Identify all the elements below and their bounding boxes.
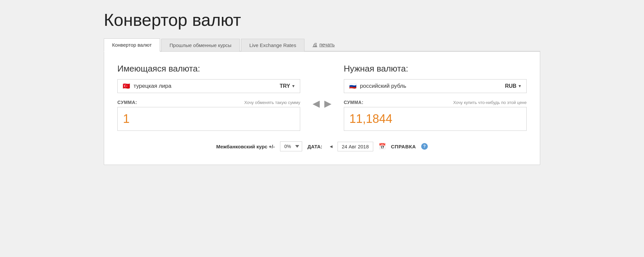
from-currency-selector-left: 🇹🇷 турецкая лира: [122, 83, 171, 89]
tab-historical[interactable]: Прошлые обменные курсы: [161, 39, 240, 51]
to-flag: 🇷🇺: [349, 83, 357, 89]
date-label: ДАТА:: [307, 144, 322, 149]
page-title: Конвертор валют: [104, 10, 540, 30]
help-label: СПРАВКА: [391, 144, 416, 149]
from-currency-code[interactable]: TRY ▼: [280, 83, 295, 89]
tabs-bar: Конвертор валют Прошлые обменные курсы L…: [104, 38, 540, 52]
to-amount-hint: Хочу купить что-нибудь по этой цене: [453, 100, 527, 105]
to-currency-code[interactable]: RUB ▼: [505, 83, 522, 89]
to-amount-labels: СУММА: Хочу купить что-нибудь по этой це…: [344, 100, 527, 105]
date-display: 24 Авг 2018: [338, 142, 373, 151]
from-currency-label: Имеющаяся валюта:: [117, 64, 300, 74]
to-currency-selector[interactable]: 🇷🇺 российский рубль RUB ▼: [344, 79, 527, 93]
interbank-select[interactable]: 0% 1% -1% 2% -2%: [280, 141, 302, 151]
date-nav: ◄ 24 Авг 2018: [328, 142, 373, 151]
swap-arrow-container[interactable]: ◄►: [300, 97, 343, 111]
swap-icon[interactable]: ◄►: [310, 97, 334, 111]
help-icon[interactable]: ?: [421, 143, 428, 150]
from-currency-panel: Имеющаяся валюта: 🇹🇷 турецкая лира TRY ▼…: [117, 64, 300, 131]
converter-row: Имеющаяся валюта: 🇹🇷 турецкая лира TRY ▼…: [117, 64, 527, 131]
tab-converter[interactable]: Конвертор валют: [104, 38, 160, 52]
to-amount-input[interactable]: [349, 112, 521, 126]
bottom-bar: Межбанковский курс +/- 0% 1% -1% 2% -2% …: [117, 141, 527, 151]
from-amount-input[interactable]: [123, 112, 295, 126]
from-dropdown-arrow: ▼: [291, 84, 295, 88]
print-icon: 🖨: [312, 42, 317, 47]
to-currency-label: Нужная валюта:: [344, 64, 527, 74]
print-link[interactable]: 🖨 печать: [312, 42, 335, 47]
to-amount-label: СУММА:: [344, 100, 364, 105]
to-currency-panel: Нужная валюта: 🇷🇺 российский рубль RUB ▼…: [344, 64, 527, 131]
to-amount-box[interactable]: [344, 107, 527, 131]
tab-live[interactable]: Live Exchange Rates: [241, 39, 304, 51]
from-currency-name: турецкая лира: [134, 83, 171, 89]
calendar-icon[interactable]: 📅: [379, 143, 386, 150]
main-content: Имеющаяся валюта: 🇹🇷 турецкая лира TRY ▼…: [104, 52, 540, 165]
to-amount-section: СУММА: Хочу купить что-нибудь по этой це…: [344, 100, 527, 131]
to-dropdown-arrow: ▼: [518, 84, 522, 88]
from-amount-label: СУММА:: [117, 100, 137, 105]
to-currency-name: российский рубль: [360, 83, 406, 89]
from-amount-labels: СУММА: Хочу обменять такую сумму: [117, 100, 300, 105]
from-currency-selector[interactable]: 🇹🇷 турецкая лира TRY ▼: [117, 79, 300, 93]
from-amount-hint: Хочу обменять такую сумму: [244, 100, 301, 105]
from-amount-box[interactable]: [117, 107, 300, 131]
print-label[interactable]: печать: [319, 42, 335, 47]
from-flag: 🇹🇷: [122, 83, 130, 89]
date-prev-button[interactable]: ◄: [328, 143, 335, 150]
interbank-label: Межбанковский курс +/-: [216, 144, 275, 149]
from-amount-section: СУММА: Хочу обменять такую сумму: [117, 100, 300, 131]
to-currency-selector-left: 🇷🇺 российский рубль: [349, 83, 406, 89]
